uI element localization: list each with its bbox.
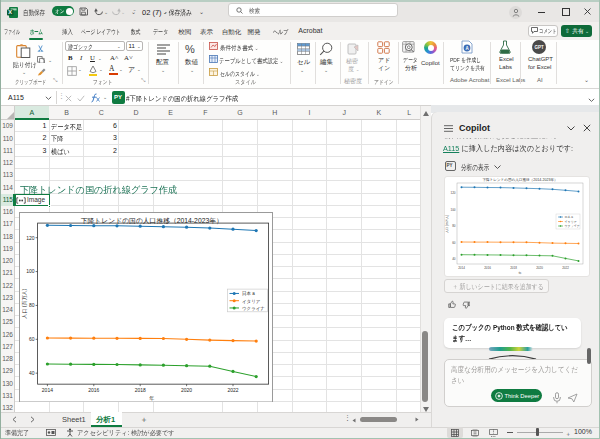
svg-text:日本 a: 日本 a [565, 215, 574, 219]
svg-text:下降トレンドの国の人口推移（2014-2023年）: 下降トレンドの国の人口推移（2014-2023年） [81, 217, 223, 225]
svg-text:年: 年 [149, 394, 154, 400]
svg-text:イタリア: イタリア [242, 298, 261, 303]
svg-text:日本 a: 日本 a [242, 291, 255, 296]
svg-text:イタリア: イタリア [565, 220, 577, 224]
svg-text:X: X [8, 9, 12, 15]
svg-text:2014: 2014 [42, 387, 53, 393]
svg-text:100: 100 [450, 208, 455, 212]
svg-text:年: 年 [519, 271, 522, 275]
svg-text:2022: 2022 [227, 387, 238, 393]
svg-text:人口 (百万人): 人口 (百万人) [21, 288, 28, 318]
svg-text:60: 60 [29, 336, 35, 342]
svg-text:2018: 2018 [135, 387, 146, 393]
svg-text:120: 120 [26, 234, 35, 240]
svg-text:ウクライナ: ウクライナ [242, 305, 265, 310]
svg-text:2014: 2014 [458, 266, 465, 270]
svg-text:120: 120 [450, 191, 455, 195]
svg-text:2022: 2022 [562, 266, 569, 270]
svg-text:2016: 2016 [484, 266, 491, 270]
svg-text:40: 40 [29, 369, 35, 375]
svg-text:40: 40 [452, 257, 456, 261]
svg-text:80: 80 [29, 302, 35, 308]
svg-text:100: 100 [26, 268, 35, 274]
svg-text:2018: 2018 [510, 266, 517, 270]
svg-text:60: 60 [452, 241, 456, 245]
svg-text:ウクライナ: ウクライナ [565, 224, 580, 228]
svg-text:2020: 2020 [181, 387, 192, 393]
svg-text:下降トレンドの国の人口推移（2014-2023年）: 下降トレンドの国の人口推移（2014-2023年） [482, 177, 557, 182]
svg-text:2016: 2016 [88, 387, 99, 393]
svg-text:2020: 2020 [536, 266, 543, 270]
svg-text:人口 (百万人): 人口 (百万人) [445, 215, 449, 233]
svg-text:80: 80 [452, 224, 456, 228]
